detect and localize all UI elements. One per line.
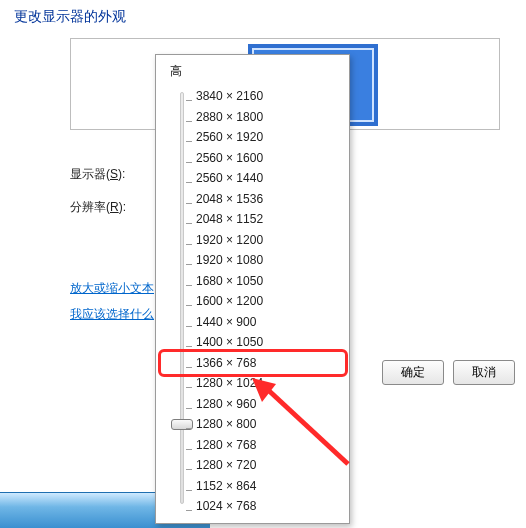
resolution-option[interactable]: 2560 × 1920 [196, 127, 349, 148]
resolution-option[interactable]: 1152 × 864 [196, 476, 349, 497]
dropdown-high-label: 高 [156, 55, 349, 84]
resolution-option[interactable]: 2048 × 1536 [196, 189, 349, 210]
resolution-option[interactable]: 1366 × 768 [196, 353, 349, 374]
resolution-option[interactable]: 2048 × 1152 [196, 209, 349, 230]
resolution-dropdown: 高 3840 × 21602880 × 18002560 × 19202560 … [155, 54, 350, 524]
resolution-option[interactable]: 2880 × 1800 [196, 107, 349, 128]
slider-tick [186, 244, 192, 245]
slider-tick [186, 203, 192, 204]
display-label: 显示器(S): [70, 166, 125, 183]
button-row: 确定 取消 [376, 360, 515, 385]
slider-tick [186, 490, 192, 491]
resolution-option[interactable]: 1280 × 800 [196, 414, 349, 435]
slider-tick [186, 367, 192, 368]
ok-button[interactable]: 确定 [382, 360, 444, 385]
slider-tick [186, 121, 192, 122]
resolution-option[interactable]: 1440 × 900 [196, 312, 349, 333]
resolution-option[interactable]: 1280 × 768 [196, 435, 349, 456]
resolution-option[interactable]: 1400 × 1050 [196, 332, 349, 353]
resolution-option[interactable]: 1600 × 1200 [196, 291, 349, 312]
slider-tick [186, 428, 192, 429]
resolution-option[interactable]: 1280 × 960 [196, 394, 349, 415]
slider-tick [186, 387, 192, 388]
slider-tick [186, 141, 192, 142]
slider-tick [186, 285, 192, 286]
slider-tick [186, 408, 192, 409]
slider-tick [186, 162, 192, 163]
scale-text-link[interactable]: 放大或缩小文本 [70, 280, 154, 297]
resolution-option[interactable]: 1280 × 720 [196, 455, 349, 476]
resolution-label: 分辨率(R): [70, 199, 126, 216]
slider-tick [186, 100, 192, 101]
resolution-list: 3840 × 21602880 × 18002560 × 19202560 × … [196, 86, 349, 517]
page-title: 更改显示器的外观 [0, 0, 526, 26]
cancel-button[interactable]: 取消 [453, 360, 515, 385]
slider-tick [186, 305, 192, 306]
resolution-option[interactable]: 2560 × 1600 [196, 148, 349, 169]
resolution-option[interactable]: 1680 × 1050 [196, 271, 349, 292]
slider-tick [186, 182, 192, 183]
resolution-option[interactable]: 1024 × 768 [196, 496, 349, 517]
resolution-option[interactable]: 1920 × 1080 [196, 250, 349, 271]
slider-tick [186, 326, 192, 327]
resolution-option[interactable]: 2560 × 1440 [196, 168, 349, 189]
what-choose-link[interactable]: 我应该选择什么 [70, 306, 154, 323]
resolution-option[interactable]: 1280 × 1024 [196, 373, 349, 394]
slider-tick [186, 223, 192, 224]
slider-tick [186, 346, 192, 347]
slider-tick [186, 510, 192, 511]
slider-tick [186, 449, 192, 450]
slider-tick [186, 264, 192, 265]
slider-tick [186, 469, 192, 470]
resolution-option[interactable]: 3840 × 2160 [196, 86, 349, 107]
resolution-slider-track[interactable] [180, 92, 184, 504]
resolution-option[interactable]: 1920 × 1200 [196, 230, 349, 251]
